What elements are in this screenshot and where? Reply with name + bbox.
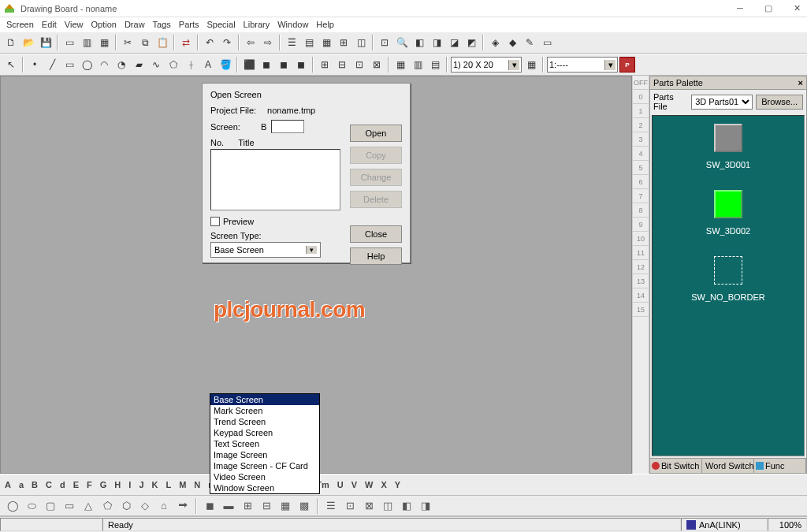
menu-window[interactable]: Window [277, 20, 308, 29]
part-sw-no-border[interactable]: SW_NO_BORDER [660, 256, 796, 302]
menu-screen[interactable]: Screen [6, 20, 34, 29]
alpha-d[interactable]: d [60, 480, 65, 489]
shape-j-icon[interactable]: ◫ [380, 498, 396, 514]
menu-parts[interactable]: Parts [179, 20, 199, 29]
menu-special[interactable]: Special [207, 20, 236, 29]
transfer-icon[interactable]: ⇄ [178, 35, 194, 50]
option-mark-screen[interactable]: Mark Screen [210, 405, 319, 416]
alpha-Y[interactable]: Y [395, 480, 400, 489]
parts-file-select[interactable]: 3D Parts01 [691, 95, 753, 110]
prev-icon[interactable]: ⇦ [243, 35, 258, 50]
option-keypad-screen[interactable]: Keypad Screen [210, 427, 319, 438]
ungroup-icon[interactable]: ◨ [429, 35, 444, 50]
dark-icon[interactable]: ⬛ [241, 57, 257, 73]
undo-icon[interactable]: ↶ [202, 35, 218, 50]
close-button[interactable]: Close [350, 225, 402, 243]
shape-rect-icon[interactable]: ▭ [61, 498, 77, 514]
parts-a-icon[interactable]: ⊞ [317, 57, 333, 73]
align-grid-icon[interactable]: ⊡ [377, 35, 392, 50]
drawing-canvas[interactable]: Open Screen Project File: noname.tmp Scr… [0, 76, 632, 474]
tool-d-icon[interactable]: ▭ [539, 35, 555, 50]
minimize-icon[interactable]: ─ [733, 3, 747, 13]
option-window-screen[interactable]: Window Screen [210, 482, 319, 493]
tool-b-icon[interactable]: ◆ [504, 35, 520, 50]
save-icon[interactable]: 💾 [38, 35, 54, 50]
scale-icon[interactable]: ⟊ [183, 57, 199, 73]
option-video-screen[interactable]: Video Screen [210, 471, 319, 482]
shape-oval-icon[interactable]: ⬭ [24, 498, 39, 514]
alpha-W[interactable]: W [365, 480, 373, 489]
alpha-A[interactable]: A [5, 480, 11, 489]
browse-button[interactable]: Browse... [756, 95, 803, 110]
polyline-icon[interactable]: ∿ [148, 57, 164, 73]
menu-draw[interactable]: Draw [125, 20, 145, 29]
new-icon[interactable]: 🗋 [3, 35, 19, 50]
shape-i-icon[interactable]: ⊠ [361, 498, 377, 514]
part-sw-3d001[interactable]: SW_3D001 [660, 124, 796, 169]
alpha-a[interactable]: a [19, 480, 24, 489]
dot-icon[interactable]: • [27, 57, 43, 73]
shape-h-icon[interactable]: ⊡ [342, 498, 358, 514]
layer-c-icon[interactable]: ◼ [293, 57, 309, 73]
taglist-icon[interactable]: ▦ [318, 35, 334, 50]
palette-close-icon[interactable]: × [798, 78, 803, 87]
screen-open-icon[interactable]: ▥ [79, 35, 95, 50]
fill-icon[interactable]: ▰ [131, 57, 147, 73]
alpha-G[interactable]: G [100, 480, 107, 489]
preview-icon[interactable]: P [619, 57, 635, 73]
shape-k-icon[interactable]: ◧ [399, 498, 415, 514]
shape-arrow-icon[interactable]: ⮕ [175, 498, 191, 514]
shape-a-icon[interactable]: ◼ [202, 498, 218, 514]
zoom-combo[interactable]: 1:----▾ [547, 57, 618, 73]
part-sw-3d002[interactable]: SW_3D002 [660, 190, 796, 236]
layer-b-icon[interactable]: ◼ [276, 57, 292, 73]
open-icon[interactable]: 📂 [20, 35, 36, 50]
shape-l-icon[interactable]: ◨ [418, 498, 433, 514]
list-icon[interactable]: ☰ [284, 35, 299, 50]
circle-icon[interactable]: ◯ [79, 57, 95, 73]
shape-dia-icon[interactable]: ◇ [137, 498, 153, 514]
shape-g-icon[interactable]: ☰ [323, 498, 339, 514]
front-icon[interactable]: ◪ [446, 35, 462, 50]
text-icon[interactable]: A [200, 57, 216, 73]
screenlist-icon[interactable]: ▤ [301, 35, 317, 50]
screentype-combo[interactable]: Base Screen ▾ [210, 242, 321, 258]
copy-icon[interactable]: ⧉ [137, 35, 153, 50]
alpha-F[interactable]: F [87, 480, 92, 489]
grid-size-combo[interactable]: 1) 20 X 20▾ [451, 57, 522, 73]
alpha-B[interactable]: B [32, 480, 38, 489]
grid-b-icon[interactable]: ▥ [410, 57, 426, 73]
line-icon[interactable]: ╱ [44, 57, 60, 73]
alpha-L[interactable]: L [165, 480, 171, 489]
close-icon[interactable]: ✕ [790, 3, 804, 13]
tab-bit-switch[interactable]: Bit Switch [650, 459, 702, 473]
shape-house-icon[interactable]: ⌂ [156, 498, 172, 514]
parts-c-icon[interactable]: ⊡ [351, 57, 367, 73]
maximize-icon[interactable]: ▢ [761, 3, 775, 13]
polygon-icon[interactable]: ⬠ [165, 57, 181, 73]
parts-d-icon[interactable]: ⊠ [369, 57, 385, 73]
shape-b-icon[interactable]: ▬ [221, 498, 236, 514]
tool-c-icon[interactable]: ✎ [522, 35, 537, 50]
alpha-C[interactable]: C [46, 480, 52, 489]
next-icon[interactable]: ⇨ [260, 35, 276, 50]
zoom-icon[interactable]: 🔍 [394, 35, 410, 50]
menu-edit[interactable]: Edit [42, 20, 57, 29]
option-trend-screen[interactable]: Trend Screen [210, 416, 319, 427]
layer-a-icon[interactable]: ◼ [258, 57, 274, 73]
parts-list[interactable]: SW_3D001 SW_3D002 SW_NO_BORDER [652, 115, 805, 456]
shape-rrect-icon[interactable]: ▢ [43, 498, 58, 514]
alpha-X[interactable]: X [381, 480, 386, 489]
menu-help[interactable]: Help [316, 20, 334, 29]
shape-e-icon[interactable]: ▦ [277, 498, 293, 514]
menu-library[interactable]: Library [244, 20, 270, 29]
option-image-cf-screen[interactable]: Image Screen - CF Card [210, 460, 319, 471]
alpha-M[interactable]: M [179, 480, 186, 489]
screentype-dropdown[interactable]: Base Screen Mark Screen Trend Screen Key… [210, 393, 320, 494]
screen-new-icon[interactable]: ▭ [61, 35, 77, 50]
back-icon[interactable]: ◩ [463, 35, 479, 50]
shape-circle-icon[interactable]: ◯ [5, 498, 20, 514]
screen-list[interactable] [210, 149, 340, 210]
shape-c-icon[interactable]: ⊞ [240, 498, 255, 514]
menu-option[interactable]: Option [91, 20, 116, 29]
